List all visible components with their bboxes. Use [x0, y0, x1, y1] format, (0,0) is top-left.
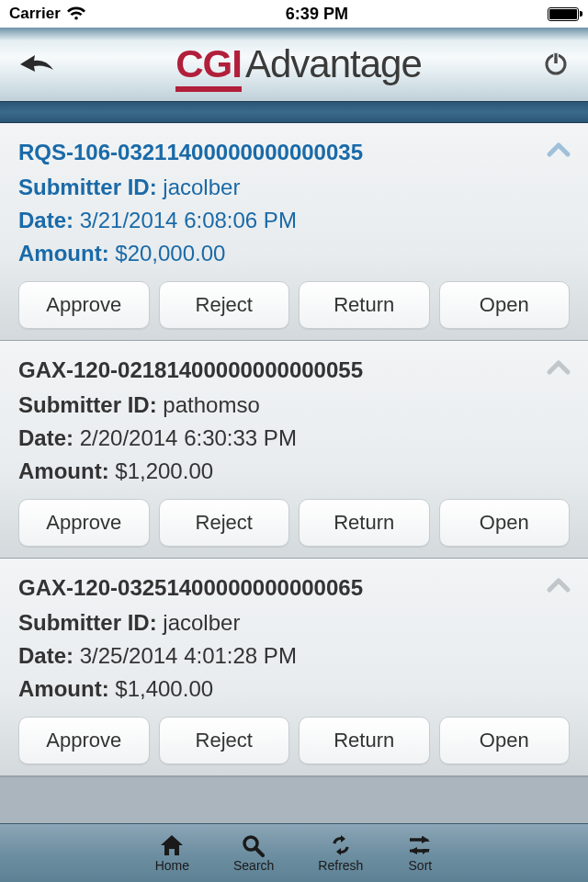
wifi-icon: [66, 6, 86, 21]
toolbar-refresh[interactable]: Refresh: [318, 833, 363, 873]
reject-button[interactable]: Reject: [159, 499, 290, 547]
approval-card[interactable]: GAX-120-02181400000000000055Submitter ID…: [0, 341, 588, 559]
approve-button[interactable]: Approve: [18, 717, 150, 764]
svg-marker-9: [410, 847, 417, 854]
status-right: [548, 7, 579, 21]
svg-line-5: [255, 848, 263, 855]
chevron-up-icon[interactable]: [546, 357, 571, 376]
toolbar-home-label: Home: [155, 858, 189, 873]
submitter-row: Submitter ID: pathomso: [18, 392, 570, 418]
app-title: CGI Advantage: [175, 42, 422, 86]
submitter-row: Submitter ID: jacolber: [18, 175, 570, 200]
bottom-toolbar: Home Search Refresh Sort: [0, 823, 588, 882]
toolbar-sort-label: Sort: [409, 858, 433, 873]
reject-button[interactable]: Reject: [159, 717, 290, 764]
content-list[interactable]: RQS-106-03211400000000000035Submitter ID…: [0, 123, 588, 823]
toolbar-search[interactable]: Search: [233, 833, 274, 873]
power-button[interactable]: [542, 51, 570, 78]
chevron-up-icon[interactable]: [546, 575, 571, 594]
action-row: ApproveRejectReturnOpen: [18, 281, 570, 329]
approve-button[interactable]: Approve: [18, 499, 150, 547]
approval-card[interactable]: RQS-106-03211400000000000035Submitter ID…: [0, 123, 588, 341]
return-button[interactable]: Return: [299, 499, 430, 547]
date-row: Date: 3/25/2014 4:01:28 PM: [18, 643, 570, 669]
amount-row: Amount: $20,000.00: [18, 241, 570, 266]
chevron-up-icon[interactable]: [546, 140, 571, 158]
date-row: Date: 2/20/2014 6:30:33 PM: [18, 425, 570, 451]
sub-header-bar: [0, 101, 588, 123]
reject-button[interactable]: Reject: [159, 281, 290, 329]
return-button[interactable]: Return: [299, 281, 430, 329]
amount-row: Amount: $1,200.00: [18, 458, 570, 484]
battery-icon: [548, 7, 579, 21]
return-button[interactable]: Return: [299, 717, 430, 764]
action-row: ApproveRejectReturnOpen: [18, 499, 570, 547]
status-left: Carrier: [9, 5, 86, 23]
submitter-row: Submitter ID: jacolber: [18, 610, 570, 636]
document-id: RQS-106-03211400000000000035: [18, 140, 570, 165]
toolbar-home[interactable]: Home: [155, 833, 189, 873]
toolbar-search-label: Search: [233, 858, 274, 873]
document-id: GAX-120-02181400000000000055: [18, 357, 570, 383]
brand-cgi: CGI: [175, 42, 242, 86]
toolbar-sort[interactable]: Sort: [407, 833, 433, 873]
svg-marker-7: [422, 836, 429, 843]
app-header: CGI Advantage: [0, 28, 588, 101]
open-button[interactable]: Open: [439, 717, 571, 764]
open-button[interactable]: Open: [439, 499, 571, 547]
approve-button[interactable]: Approve: [18, 281, 150, 329]
date-row: Date: 3/21/2014 6:08:06 PM: [18, 208, 570, 233]
action-row: ApproveRejectReturnOpen: [18, 717, 570, 764]
document-id: GAX-120-03251400000000000065: [18, 575, 570, 601]
toolbar-refresh-label: Refresh: [318, 858, 363, 873]
status-bar: Carrier 6:39 PM: [0, 0, 588, 28]
approval-card[interactable]: GAX-120-03251400000000000065Submitter ID…: [0, 559, 588, 776]
brand-advantage: Advantage: [245, 42, 422, 86]
open-button[interactable]: Open: [439, 281, 571, 329]
amount-row: Amount: $1,400.00: [18, 676, 570, 702]
carrier-label: Carrier: [9, 5, 61, 23]
back-button[interactable]: [18, 51, 55, 77]
status-time: 6:39 PM: [286, 5, 348, 24]
